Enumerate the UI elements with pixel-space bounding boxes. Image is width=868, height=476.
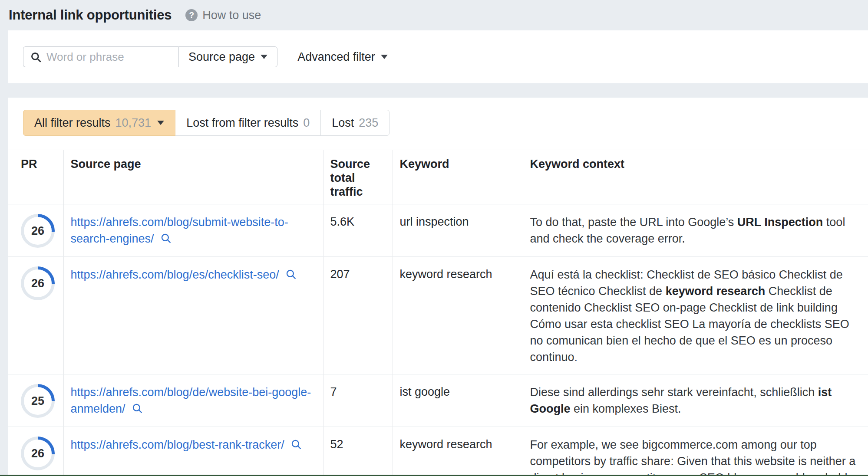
page-title: Internal link opportunities xyxy=(9,7,172,23)
keyword-context-cell: To do that, paste the URL into Google’s … xyxy=(523,204,868,257)
source-page-dropdown[interactable]: Source page xyxy=(178,46,277,67)
source-total-traffic-cell: 5.6K xyxy=(323,204,393,257)
how-to-use-link[interactable]: ? How to use xyxy=(185,9,261,22)
pr-score-ring: 26 xyxy=(21,214,55,248)
pr-score-value: 25 xyxy=(24,387,52,415)
chevron-down-icon xyxy=(157,121,164,125)
pr-score-value: 26 xyxy=(24,217,52,245)
search-input-group: Source page xyxy=(23,46,277,67)
search-input[interactable] xyxy=(46,50,178,64)
tab-lost-from-filter-results[interactable]: Lost from filter results 0 xyxy=(175,110,321,136)
tab-label: Lost from filter results xyxy=(186,116,298,130)
magnifier-icon xyxy=(160,233,172,244)
filter-toolbar: Source page Advanced filter xyxy=(8,30,868,83)
keyword-cell: url inspection xyxy=(393,204,523,257)
tab-count: 235 xyxy=(359,116,378,130)
source-page-link[interactable]: https://ahrefs.com/blog/best-rank-tracke… xyxy=(71,438,302,451)
tab-count: 0 xyxy=(303,116,310,130)
magnifier-icon xyxy=(285,269,297,280)
table-row: 26 https://ahrefs.com/blog/es/checklist-… xyxy=(8,257,868,374)
pr-score-ring: 25 xyxy=(21,384,55,418)
chevron-down-icon xyxy=(261,55,267,59)
magnifier-icon xyxy=(290,439,302,450)
how-to-use-label: How to use xyxy=(202,9,261,22)
source-total-traffic-cell: 52 xyxy=(323,427,393,476)
search-icon xyxy=(30,51,42,63)
filter-result-tabs: All filter results 10,731 Lost from filt… xyxy=(23,110,389,136)
results-panel: All filter results 10,731 Lost from filt… xyxy=(8,98,868,476)
advanced-filter-dropdown[interactable]: Advanced filter xyxy=(297,50,388,64)
page-header: Internal link opportunities ? How to use xyxy=(0,0,868,30)
pr-score-value: 26 xyxy=(24,269,52,297)
keyword-cell: keyword research xyxy=(393,257,523,374)
source-page-link[interactable]: https://ahrefs.com/blog/es/checklist-seo… xyxy=(71,268,297,281)
keyword-cell: ist google xyxy=(393,374,523,427)
source-page-link[interactable]: https://ahrefs.com/blog/submit-website-t… xyxy=(71,216,288,245)
keyword-context-cell: For example, we see bigcommerce.com amon… xyxy=(523,427,868,476)
column-header-pr: PR xyxy=(8,150,63,204)
column-header-source-page: Source page xyxy=(63,150,323,204)
keyword-context-cell: Diese sind allerdings sehr stark vereinf… xyxy=(523,374,868,427)
pr-score-value: 26 xyxy=(24,440,52,467)
table-header-row: PR Source page Source total traffic Keyw… xyxy=(8,150,868,204)
chevron-down-icon xyxy=(381,55,388,59)
search-box[interactable] xyxy=(23,46,178,67)
keyword-context-cell: Aquí está la checklist: Checklist de SEO… xyxy=(523,257,868,374)
pr-score-ring: 26 xyxy=(21,266,55,300)
table-row: 25 https://ahrefs.com/blog/de/website-be… xyxy=(8,374,868,427)
table-row: 26 https://ahrefs.com/blog/best-rank-tra… xyxy=(8,427,868,476)
column-header-keyword-context: Keyword context xyxy=(523,150,868,204)
source-page-label: Source page xyxy=(188,50,255,64)
tab-label: All filter results xyxy=(34,116,111,130)
column-header-keyword: Keyword xyxy=(393,150,523,204)
source-total-traffic-cell: 7 xyxy=(323,374,393,427)
tab-lost[interactable]: Lost 235 xyxy=(320,110,389,136)
column-header-source-total-traffic: Source total traffic xyxy=(323,150,393,204)
opportunities-table: PR Source page Source total traffic Keyw… xyxy=(8,150,868,476)
pr-score-ring: 26 xyxy=(21,437,55,470)
tab-all-filter-results[interactable]: All filter results 10,731 xyxy=(23,110,175,136)
tab-label: Lost xyxy=(332,116,354,130)
keyword-cell: keyword research xyxy=(393,427,523,476)
help-icon: ? xyxy=(185,9,198,21)
source-page-link[interactable]: https://ahrefs.com/blog/de/website-bei-g… xyxy=(71,386,311,415)
source-total-traffic-cell: 207 xyxy=(323,257,393,374)
table-row: 26 https://ahrefs.com/blog/submit-websit… xyxy=(8,204,868,257)
magnifier-icon xyxy=(132,403,143,414)
tab-count: 10,731 xyxy=(116,116,152,130)
advanced-filter-label: Advanced filter xyxy=(297,50,375,64)
